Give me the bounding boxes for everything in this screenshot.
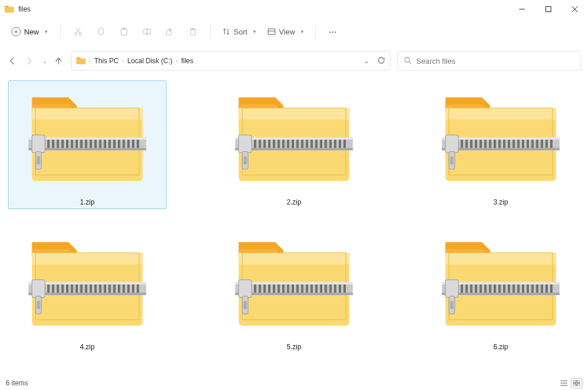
zip-folder-icon (442, 228, 560, 326)
toolbar: + New ▾ Sort ▾ View ▾ ··· (0, 18, 588, 45)
file-item[interactable]: 1.zip (8, 80, 167, 209)
delete-button[interactable] (183, 21, 203, 42)
refresh-button[interactable] (377, 56, 385, 66)
zip-folder-icon (28, 83, 146, 181)
paste-button[interactable] (114, 21, 134, 42)
view-toggle (558, 378, 582, 388)
file-name: 5.zip (287, 343, 301, 351)
file-name: 6.zip (493, 343, 508, 351)
folder-icon (76, 56, 86, 66)
separator (210, 25, 211, 38)
svg-rect-42 (167, 30, 172, 35)
navbar: ⌄ › This PC › Local Disk (C:) › files ⌄ (0, 45, 588, 77)
svg-line-35 (76, 28, 80, 33)
cut-button[interactable] (68, 21, 88, 42)
zip-folder-icon (28, 228, 146, 326)
file-name: 4.zip (80, 343, 94, 351)
svg-rect-56 (577, 384, 580, 386)
chevron-down-icon: ▾ (301, 29, 304, 34)
search-box[interactable] (397, 51, 581, 71)
titlebar: files (0, 0, 588, 18)
share-button[interactable] (160, 21, 180, 42)
view-icon (268, 28, 276, 36)
svg-rect-37 (99, 28, 103, 34)
view-button-label: View (279, 28, 295, 36)
thumbnails-view-button[interactable] (571, 378, 582, 388)
new-button[interactable]: + New ▾ (6, 21, 53, 42)
chevron-right-icon: › (122, 58, 124, 64)
clipboard-icon (119, 27, 129, 36)
svg-rect-30 (546, 7, 551, 12)
address-bar[interactable]: › This PC › Local Disk (C:) › files ⌄ (71, 51, 390, 71)
share-icon (165, 27, 175, 36)
trash-icon (188, 27, 198, 36)
rename-button[interactable] (137, 21, 157, 42)
breadcrumb-label: This PC (94, 57, 119, 65)
status-bar: 6 items (0, 376, 588, 390)
svg-rect-53 (573, 380, 576, 383)
maximize-button[interactable] (535, 0, 562, 18)
separator (60, 25, 61, 38)
zip-folder-icon (235, 83, 353, 181)
recent-button[interactable]: ⌄ (42, 58, 47, 64)
folder-icon (5, 5, 14, 14)
file-name: 2.zip (287, 198, 301, 206)
scissors-icon (74, 27, 83, 36)
file-grid: 1.zip2.zip3.zip4.zip5.zip6.zip (8, 80, 580, 354)
view-button[interactable]: View ▾ (263, 21, 308, 42)
content-area[interactable]: 1.zip2.zip3.zip4.zip5.zip6.zip (0, 77, 588, 376)
file-item[interactable]: 3.zip (421, 80, 580, 209)
svg-point-33 (75, 33, 77, 35)
forward-button[interactable] (24, 56, 33, 65)
rename-icon (142, 27, 152, 36)
search-icon (404, 56, 412, 66)
sort-icon (222, 28, 230, 36)
sort-button[interactable]: Sort ▾ (218, 21, 261, 42)
nav-arrows: ⌄ (7, 56, 64, 65)
close-button[interactable] (562, 0, 588, 18)
chevron-right-icon: › (176, 58, 177, 64)
search-input[interactable] (416, 57, 575, 65)
copy-icon (96, 27, 106, 36)
chevron-down-icon: ▾ (45, 29, 48, 34)
ellipsis-icon: ··· (329, 28, 337, 36)
breadcrumb[interactable]: This PC (94, 57, 119, 65)
file-name: 3.zip (493, 198, 508, 206)
details-view-button[interactable] (558, 378, 570, 388)
new-button-label: New (24, 28, 39, 36)
zip-folder-icon (235, 228, 353, 326)
file-item[interactable]: 6.zip (421, 225, 580, 354)
back-button[interactable] (8, 56, 17, 65)
chevron-down-icon[interactable]: ⌄ (363, 57, 369, 65)
separator (315, 25, 316, 38)
svg-rect-54 (577, 380, 580, 383)
svg-point-34 (79, 33, 82, 35)
breadcrumb-label: files (181, 57, 193, 65)
zip-folder-icon (442, 83, 560, 181)
breadcrumb-label: Local Disk (C:) (127, 57, 173, 65)
svg-line-49 (409, 61, 411, 64)
more-button[interactable]: ··· (323, 21, 343, 42)
window-controls (509, 0, 588, 18)
file-item[interactable]: 4.zip (8, 225, 167, 354)
svg-rect-55 (573, 384, 576, 386)
up-button[interactable] (54, 56, 63, 65)
breadcrumb[interactable]: Local Disk (C:) (127, 57, 173, 65)
file-name: 1.zip (80, 198, 94, 206)
svg-rect-43 (191, 29, 195, 35)
minimize-button[interactable] (509, 0, 535, 18)
plus-icon: + (11, 27, 21, 36)
item-count: 6 items (6, 379, 28, 387)
breadcrumb[interactable]: files (181, 57, 193, 65)
chevron-right-icon: › (89, 58, 91, 64)
svg-point-48 (405, 57, 409, 61)
svg-line-36 (76, 28, 80, 33)
file-item[interactable]: 2.zip (215, 80, 373, 209)
copy-button[interactable] (91, 21, 111, 42)
svg-rect-46 (268, 29, 275, 34)
chevron-down-icon: ▾ (253, 29, 256, 34)
file-item[interactable]: 5.zip (215, 225, 373, 354)
window-title: files (18, 5, 30, 13)
sort-button-label: Sort (234, 28, 247, 36)
